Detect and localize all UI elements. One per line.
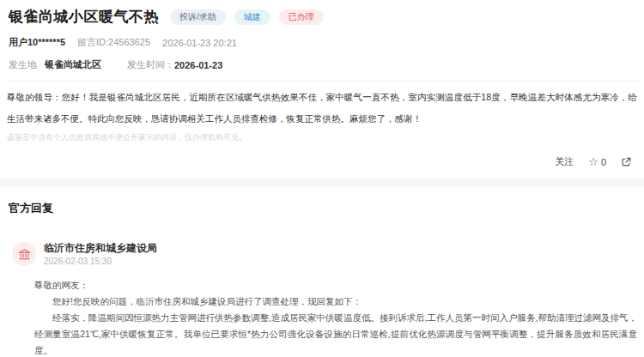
government-building-icon [17, 247, 32, 262]
status-tag-gray: 投诉/求助 [170, 9, 226, 25]
privacy-note: 该留言中含有个人信息或其他不便公开展示的内容，仅办理机构可见。 [0, 132, 644, 143]
star-button[interactable]: ☆ 0 [588, 156, 606, 167]
star-icon: ☆ [588, 156, 598, 167]
meta-row-location: 发生地 银雀尚城北区 发生时间： 2026-01-23 [0, 58, 644, 71]
section-divider [0, 179, 644, 187]
complaint-detail-page: 银雀尚城小区暖气不热 投诉/求助城建已办理 用户10******5 留言ID:2… [0, 0, 644, 357]
star-count: 0 [601, 157, 606, 167]
occur-time-label: 发生时间： [127, 58, 174, 71]
meta-row-user: 用户10******5 留言ID:24563625 2026-01-23 20:… [0, 36, 644, 49]
location-value: 银雀尚城北区 [45, 58, 101, 71]
follow-button[interactable]: 关注 [555, 155, 574, 168]
reply-time: 2026-02-03 15:30 [44, 257, 157, 266]
meta-divider [7, 81, 637, 82]
tag-list: 投诉/求助城建已办理 [170, 9, 324, 25]
location-label: 发生地 [9, 58, 37, 71]
reply-paragraph: 您好!您反映的问题，临沂市住房和城乡建设局进行了调查处理，现回复如下： [34, 293, 637, 310]
reply-author-info: 临沂市住房和城乡建设局 2026-02-03 15:30 [44, 242, 157, 266]
status-tag-red: 已办理 [279, 9, 324, 25]
status-tag-blue: 城建 [234, 9, 270, 25]
reply-section-title: 官方回复 [9, 201, 635, 216]
message-id: 留言ID:24563625 [77, 36, 150, 49]
reply-paragraph: 经落实，降温期间因恒源热力主管网进行供热参数调整,造成居民家中供暖温度低。接到诉… [34, 310, 637, 357]
org-avatar [12, 242, 36, 266]
occur-time-value: 2026-01-23 [174, 60, 222, 70]
page-title: 银雀尚城小区暖气不热 [9, 8, 159, 27]
reply-body: 尊敬的网友：您好!您反映的问题，临沂市住房和城乡建设局进行了调查处理，现回复如下… [34, 277, 637, 357]
org-name: 临沂市住房和城乡建设局 [44, 242, 157, 254]
complaint-body-text: 尊敬的领导：您好！我是银雀尚城北区居民，近期所在区域暖气供热效果不佳，家中暖气一… [0, 87, 644, 130]
post-time: 2026-01-23 20:21 [162, 38, 237, 48]
complaint-card: 银雀尚城小区暖气不热 投诉/求助城建已办理 用户10******5 留言ID:2… [0, 0, 644, 168]
share-icon [621, 156, 632, 167]
reply-paragraph: 尊敬的网友： [34, 277, 637, 293]
share-button[interactable] [621, 156, 632, 167]
official-reply-section: 官方回复 临沂市住房和城乡建设局 2026-02-03 15:30 [0, 201, 644, 357]
action-bar: 关注 ☆ 0 [0, 143, 644, 168]
user-name: 用户10******5 [9, 36, 65, 49]
reply-author-row: 临沂市住房和城乡建设局 2026-02-03 15:30 [12, 242, 632, 266]
title-row: 银雀尚城小区暖气不热 投诉/求助城建已办理 [0, 0, 644, 27]
